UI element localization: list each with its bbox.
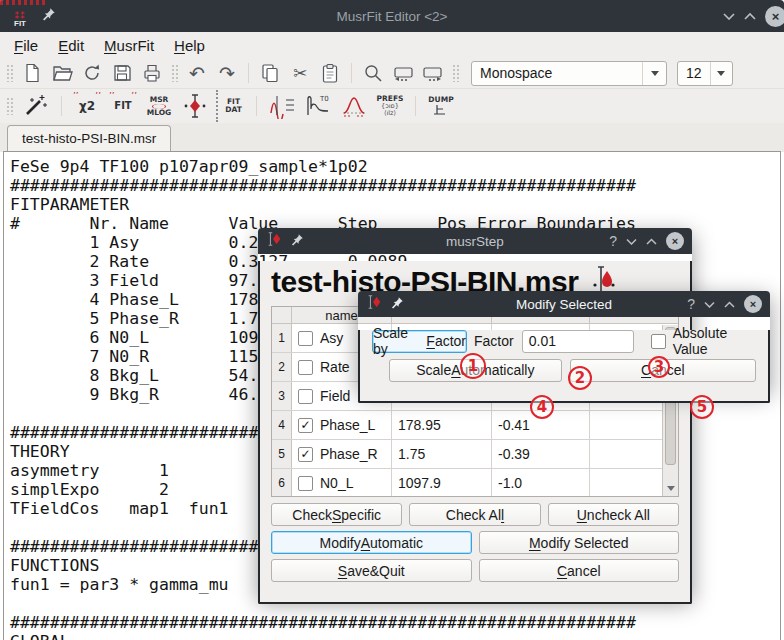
param-name: N0_L — [320, 475, 353, 491]
maximize-icon[interactable] — [646, 238, 657, 245]
find-next-icon[interactable] — [390, 60, 416, 86]
check-specific-button[interactable]: Check Specific — [271, 503, 402, 526]
param-value: 1097.9 — [392, 469, 492, 497]
menubar: File Edit MusrFit Help — [0, 32, 784, 58]
pin-icon[interactable] — [291, 232, 304, 250]
toolbar-handle[interactable] — [6, 64, 13, 82]
print-icon[interactable] — [139, 60, 165, 86]
prefs-icon[interactable]: PREFS {ɔıɒ} ⟨ılz⟩ — [375, 90, 405, 122]
chi2-calc-icon[interactable]: ’’’’ χ2 — [72, 90, 102, 122]
pin-icon[interactable] — [42, 7, 56, 25]
musrt0-icon[interactable] — [180, 90, 210, 122]
fit-icon[interactable]: ’’’’ FIT — [108, 90, 138, 122]
fit-dat-icon[interactable]: FIT DAT — [216, 90, 246, 122]
uncheck-all-button[interactable]: Uncheck All — [548, 503, 679, 526]
absolute-value-checkbox[interactable] — [651, 334, 666, 349]
close-icon[interactable]: × — [666, 232, 684, 250]
toolbar-separator — [256, 96, 257, 116]
chevron-down-icon[interactable] — [710, 62, 732, 85]
dump-icon[interactable]: DUMP — [426, 90, 456, 122]
row-number: 6 — [272, 469, 292, 497]
musrview-plot-icon[interactable] — [267, 90, 297, 122]
param-value: 178.95 — [392, 411, 492, 439]
maximize-icon[interactable] — [744, 12, 756, 20]
toolbar-handle[interactable] — [452, 64, 459, 82]
annotation-circle-3: 3 — [648, 356, 670, 378]
row-checkbox[interactable] — [298, 476, 313, 491]
font-size-select[interactable]: 12 — [677, 61, 733, 86]
modify-automatic-button[interactable]: Modify Automatic — [271, 531, 472, 554]
redo-icon[interactable]: ↷ — [214, 60, 240, 86]
musrstep-titlebar: musrStep ? × — [258, 228, 692, 254]
find-previous-icon[interactable] — [420, 60, 446, 86]
minimize-icon[interactable] — [704, 301, 715, 308]
row-number: 2 — [272, 353, 292, 381]
scroll-down-icon[interactable] — [663, 481, 678, 496]
paste-icon[interactable] — [317, 60, 343, 86]
pin-icon[interactable] — [391, 295, 404, 313]
prefs-glyph2: ⟨ılz⟩ — [384, 110, 396, 117]
cut-icon[interactable]: ✂ — [287, 60, 313, 86]
fourier-peak-icon[interactable] — [339, 90, 369, 122]
musrstep-dialog: musrStep ? × test-histo-PSI-BIN.msr — [258, 228, 692, 597]
font-family-value: Monospace — [472, 65, 642, 81]
mlog-label: MLOG — [147, 109, 172, 117]
minimize-icon[interactable] — [723, 12, 735, 20]
param-name: Field — [320, 388, 350, 404]
menu-musrfit[interactable]: MusrFit — [94, 35, 164, 56]
toolbar-separator — [351, 63, 352, 83]
close-icon[interactable]: × — [744, 295, 762, 313]
modify-selected-button[interactable]: Modify Selected — [479, 531, 680, 554]
save-quit-button[interactable]: Save&Quit — [271, 559, 472, 582]
row-number: 4 — [272, 411, 292, 439]
msr-wizard-wand-icon[interactable] — [21, 90, 51, 122]
row-checkbox[interactable]: ✓ — [298, 447, 313, 462]
help-icon[interactable]: ? — [609, 233, 617, 249]
file-toolbar: ↶ ↷ ✂ Monospace 12 — [0, 58, 784, 88]
toolbar-handle[interactable] — [171, 64, 178, 82]
undo-icon[interactable]: ↶ — [184, 60, 210, 86]
row-number: 5 — [272, 440, 292, 468]
window-title: MusrFit Editor <2> — [0, 9, 784, 24]
table-row[interactable]: 5 ✓ Phase_R 1.75 -0.39 — [272, 440, 678, 469]
cancel-button[interactable]: Cancel — [479, 559, 680, 582]
search-icon[interactable] — [360, 60, 386, 86]
open-folder-icon[interactable] — [49, 60, 75, 86]
absolute-value-label: Absolute Value — [673, 325, 756, 357]
musrfit-editor-window: ⁑⁑FIT MusrFit Editor <2> × File Edit Mus… — [0, 0, 784, 640]
menu-edit[interactable]: Edit — [48, 35, 94, 56]
musrt0-plot-icon[interactable]: T0 — [303, 90, 333, 122]
maximize-icon[interactable] — [724, 301, 735, 308]
factor-input[interactable] — [522, 330, 634, 353]
new-document-icon[interactable] — [19, 60, 45, 86]
reload-icon[interactable] — [79, 60, 105, 86]
row-number: 3 — [272, 382, 292, 410]
table-row[interactable]: 4 ✓ Phase_L 178.95 -0.41 — [272, 411, 678, 440]
tab-test-histo-psi-bin[interactable]: test-histo-PSI-BIN.msr — [7, 125, 171, 152]
scale-by-factor-button[interactable]: Scale by Factor — [372, 330, 467, 353]
musrfit-toolbar: ’’’’ χ2 ’’’’ FIT MSR MLOG FIT DAT T0 — [0, 88, 784, 123]
param-name: Rate — [320, 359, 350, 375]
menu-file[interactable]: File — [4, 35, 48, 56]
row-checkbox[interactable] — [298, 389, 313, 404]
param-name: Phase_L — [320, 417, 375, 433]
param-step: -1.0 — [492, 469, 590, 497]
row-checkbox[interactable]: ✓ — [298, 418, 313, 433]
menu-help[interactable]: Help — [164, 35, 215, 56]
toolbar-separator — [415, 96, 416, 116]
save-icon[interactable] — [109, 60, 135, 86]
check-all-button[interactable]: Check All — [409, 503, 540, 526]
minimize-icon[interactable] — [626, 238, 637, 245]
table-row[interactable]: 6 N0_L 1097.9 -1.0 — [272, 469, 678, 497]
chevron-down-icon[interactable] — [642, 62, 666, 85]
row-checkbox[interactable] — [298, 360, 313, 375]
font-family-select[interactable]: Monospace — [471, 61, 667, 86]
help-icon[interactable]: ? — [687, 296, 695, 312]
musrfit-app-icon: ⁑⁑FIT — [8, 4, 32, 28]
row-checkbox[interactable] — [298, 331, 313, 346]
fit-label: FIT — [114, 101, 131, 111]
close-icon[interactable]: × — [765, 6, 784, 27]
copy-icon[interactable] — [257, 60, 283, 86]
msr-mlog-swap-icon[interactable]: MSR MLOG — [144, 90, 174, 122]
toolbar-handle[interactable] — [6, 97, 13, 115]
